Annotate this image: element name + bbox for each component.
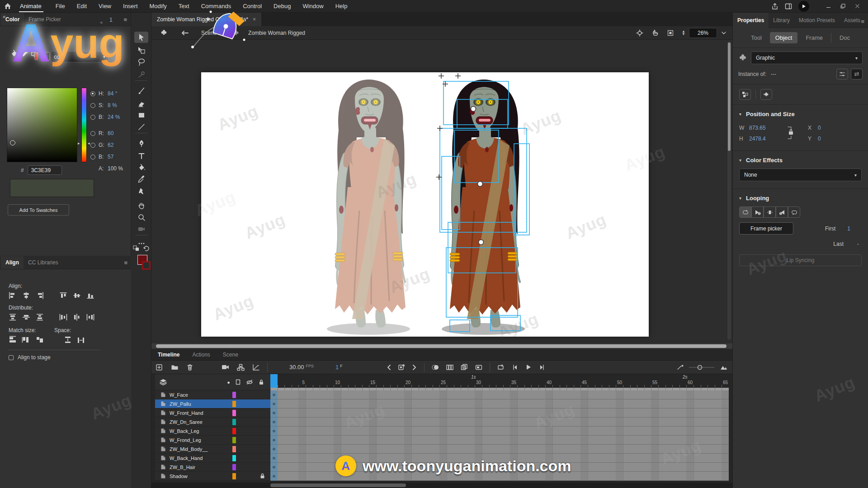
step-back-icon[interactable] [508,361,522,373]
color-type-dropdown[interactable]: color ▾ [51,51,108,62]
loop-button[interactable] [739,206,751,218]
color-picker-cursor[interactable] [10,140,15,145]
layer-row[interactable]: Shadow [155,472,270,481]
align-middle-v-button[interactable] [72,291,82,300]
menu-item[interactable]: File [50,0,71,13]
layer-parenting-icon[interactable] [233,361,248,373]
play-once-button[interactable]: 1 [751,206,764,218]
layer-row[interactable]: ZW_Dn_Saree [155,418,270,427]
horizontal-scrollbar[interactable] [151,343,732,349]
tab-actions[interactable]: Actions [186,352,216,358]
align-right-button[interactable] [35,291,45,300]
lock-layers-icon[interactable] [259,379,264,385]
frame-range-icon[interactable] [472,361,486,373]
add-to-swatches-button[interactable]: Add To Swatches [8,204,69,216]
close-button[interactable] [851,1,863,11]
green-radio[interactable] [90,143,95,148]
scene-clubs-icon[interactable] [151,29,176,37]
stage[interactable] [201,72,649,337]
new-layer-icon[interactable] [151,361,167,373]
layer-row[interactable]: W_Frond_Leg [155,436,270,445]
maximize-button[interactable] [836,1,849,11]
zombie-figure-selected[interactable] [442,80,525,335]
distribute-center-button[interactable] [72,313,82,322]
layer-color-chip[interactable] [232,455,236,461]
match-width-button[interactable] [8,335,18,344]
tab-frame-picker[interactable]: Frame Picker [24,13,65,26]
paint-bucket-tool[interactable] [134,162,148,173]
width-value[interactable]: 873.65 [749,125,781,131]
blue-radio[interactable] [90,155,95,160]
current-frame-value[interactable]: 1 [335,364,339,371]
lasso-tool[interactable] [134,56,148,67]
align-center-h-button[interactable] [21,291,31,300]
menu-item[interactable]: Debug [268,0,297,13]
align-left-button[interactable] [8,291,18,300]
eyedropper-tool[interactable] [134,174,148,185]
blue-value[interactable]: 57 [108,154,113,160]
timeline-zoom-in-icon[interactable] [715,361,732,373]
menu-animate[interactable]: Animate [15,0,50,13]
menu-item[interactable]: Edit [71,0,93,13]
timeline-scrollbar[interactable] [151,483,732,488]
minimize-button[interactable] [822,1,835,11]
align-panel-menu-icon[interactable]: ≡ [124,259,127,266]
align-bottom-button[interactable] [85,291,95,300]
frame-row[interactable] [270,399,729,408]
workspace-icon[interactable] [785,3,792,10]
looping-header[interactable]: ▾ Looping [733,191,868,206]
frame-row[interactable] [270,390,729,399]
line-tool[interactable] [134,121,148,132]
menu-item[interactable]: Help [330,0,354,13]
eraser-tool[interactable] [134,98,148,109]
menu-item[interactable]: Commands [195,0,237,13]
camera-icon[interactable] [217,361,233,373]
step-forward-icon[interactable] [535,361,549,373]
onion-skin-icon[interactable] [428,361,443,373]
align-top-button[interactable] [58,291,68,300]
color-effects-header[interactable]: ▾ Color Effects [733,153,868,168]
back-arrow-icon[interactable] [176,30,194,36]
outline-mode-icon[interactable] [236,379,241,385]
show-all-dot-icon[interactable]: ● [227,380,230,385]
swap-colors-icon[interactable] [132,245,142,252]
scrollbar-thumb[interactable] [156,344,726,348]
play-icon[interactable] [522,361,535,373]
frame-row[interactable] [270,408,729,418]
breadcrumb-symbol[interactable]: Zombie Woman Rigged [244,30,310,36]
layer-color-chip[interactable] [232,401,236,407]
layer-row[interactable]: ZW_B_Hair [155,463,270,472]
subtab-frame[interactable]: Frame [800,32,828,43]
distribute-right-button[interactable] [85,313,95,322]
layer-row[interactable]: W_Face [155,390,270,399]
scrollbar-thumb[interactable] [728,42,731,151]
next-keyframe-icon[interactable] [409,361,420,373]
space-horizontal-button[interactable] [76,335,86,344]
layer-color-chip[interactable] [232,428,236,434]
zoom-dropdown-chevron-icon[interactable] [717,32,731,34]
fps-control[interactable]: 30.00 FPS [289,364,314,371]
tab-cc-libraries[interactable]: CC Libraries [24,256,63,269]
layer-lock-icon[interactable] [260,473,265,479]
camera-tool[interactable] [134,223,148,235]
layer-color-chip[interactable] [232,410,236,416]
distribute-bottom-button[interactable] [35,313,45,322]
instance-settings-icon[interactable] [836,69,848,80]
tab-motion-presets[interactable]: Motion Presets [794,17,840,23]
breadcrumb-scene[interactable]: Scene 1 [194,30,228,36]
collapse-panel-icon[interactable]: « [3,14,6,20]
lip-syncing-button[interactable]: Lip Syncing [739,254,862,266]
share-icon[interactable] [771,3,778,10]
asset-warp-pin-tool[interactable] [134,185,148,197]
frame-row[interactable] [270,454,729,463]
selection-tool[interactable] [134,32,148,43]
lock-aspect-ratio-icon[interactable] [785,125,795,141]
red-value[interactable]: 60 [108,130,113,136]
menu-item[interactable]: View [93,0,117,13]
frame-row[interactable] [270,463,729,472]
insert-keyframe-icon[interactable] [395,361,409,373]
frame-row[interactable] [270,418,729,427]
frame-picker-button[interactable]: Frame picker [739,222,793,235]
hue-value[interactable]: 84 ° [108,90,117,97]
zoom-stepper[interactable]: ▲▼ [682,30,685,36]
